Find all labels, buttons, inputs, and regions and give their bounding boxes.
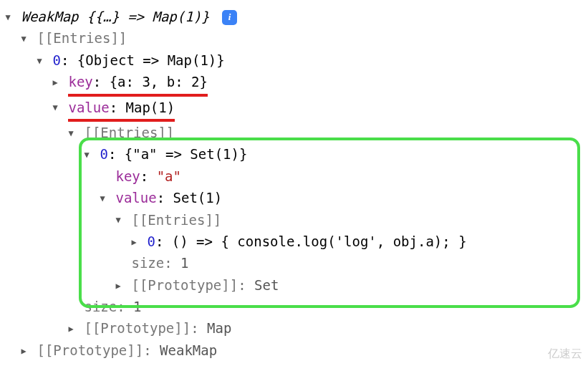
- inner-key-label: key: [115, 168, 140, 184]
- value-summary: Map(1): [126, 100, 175, 115]
- value-label: value: [68, 100, 109, 115]
- chevron-down-icon[interactable]: ▼: [3, 11, 13, 24]
- chevron-down-icon[interactable]: ▼: [82, 148, 92, 162]
- inner-value-row[interactable]: ▼ value: Set(1): [3, 187, 585, 208]
- set-proto-value: Set: [254, 277, 279, 293]
- root-row[interactable]: ▼ WeakMap {{…} => Map(1)} i: [3, 6, 585, 27]
- entry-summary: {Object => Map(1)}: [77, 52, 225, 68]
- map-proto-label: [[Prototype]]: [84, 320, 191, 336]
- map-size-label: size: [84, 299, 117, 314]
- value-row[interactable]: ▼ value: Map(1): [3, 97, 585, 122]
- weakmap-proto-label: [[Prototype]]: [37, 342, 143, 358]
- set-entry-row[interactable]: ▶ 0: () => { console.log('log', obj.a); …: [3, 231, 585, 252]
- entry-row[interactable]: ▼ 0: {Object => Map(1)}: [3, 49, 585, 71]
- map-size-row: ▶ size: 1: [3, 296, 585, 317]
- map-proto-value: Map: [207, 320, 231, 336]
- inner-value-label: value: [115, 190, 156, 206]
- weakmap-proto-row[interactable]: ▶ [[Prototype]]: WeakMap: [3, 339, 585, 361]
- root-label: WeakMap {{…} => Map(1)}: [21, 9, 209, 24]
- set-size-row: ▶ size: 1: [3, 252, 585, 274]
- chevron-right-icon[interactable]: ▶: [129, 236, 139, 249]
- chevron-down-icon[interactable]: ▼: [34, 54, 44, 68]
- set-proto-row[interactable]: ▶ [[Prototype]]: Set: [3, 274, 585, 296]
- map-size-value: 1: [133, 299, 141, 314]
- inner-entries-label: [[Entries]]: [84, 125, 174, 140]
- chevron-right-icon[interactable]: ▶: [50, 76, 60, 90]
- key-value: {a: 3, b: 2}: [110, 74, 208, 90]
- inner-value-summary: Set(1): [173, 190, 223, 206]
- set-size-value: 1: [180, 255, 188, 271]
- chevron-right-icon[interactable]: ▶: [66, 322, 76, 336]
- set-proto-label: [[Prototype]]: [131, 277, 238, 293]
- set-size-label: size: [131, 255, 164, 271]
- entries-label: [[Entries]]: [37, 30, 127, 46]
- key-row[interactable]: ▶ key: {a: 3, b: 2}: [3, 71, 585, 96]
- set-entry-value: () => { console.log('log', obj.a); }: [172, 233, 467, 249]
- set-entry-index: 0: [147, 233, 155, 249]
- inner-entry-row[interactable]: ▼ 0: {"a" => Set(1)}: [3, 143, 585, 165]
- info-icon[interactable]: i: [222, 10, 237, 25]
- chevron-down-icon[interactable]: ▼: [50, 101, 60, 115]
- inner-key-row: ▶ key: "a": [3, 165, 585, 187]
- set-entries-row[interactable]: ▼ [[Entries]]: [3, 209, 585, 231]
- key-label: key: [68, 74, 92, 90]
- entry-index: 0: [52, 52, 60, 68]
- inner-key-value: "a": [157, 168, 181, 184]
- inner-entries-row[interactable]: ▼ [[Entries]]: [3, 122, 585, 143]
- chevron-down-icon[interactable]: ▼: [97, 192, 107, 206]
- chevron-down-icon[interactable]: ▼: [113, 213, 123, 227]
- inner-entry-index: 0: [100, 146, 107, 162]
- chevron-right-icon[interactable]: ▶: [113, 279, 123, 293]
- chevron-right-icon[interactable]: ▶: [19, 344, 29, 358]
- inner-entry-summary: {"a" => Set(1)}: [125, 146, 248, 162]
- entries-row[interactable]: ▼ [[Entries]]: [3, 27, 585, 49]
- chevron-down-icon[interactable]: ▼: [19, 32, 29, 46]
- set-entries-label: [[Entries]]: [131, 212, 221, 228]
- chevron-down-icon[interactable]: ▼: [66, 127, 76, 140]
- map-proto-row[interactable]: ▶ [[Prototype]]: Map: [3, 317, 585, 339]
- weakmap-proto-value: WeakMap: [160, 342, 217, 358]
